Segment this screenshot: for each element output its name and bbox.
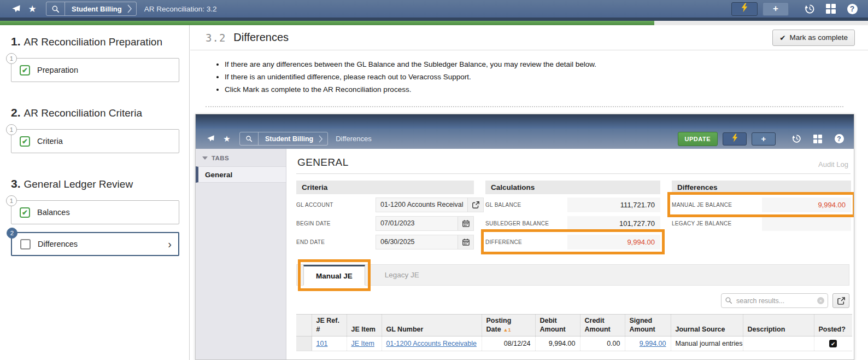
col-description[interactable]: Description	[743, 315, 814, 336]
col-je-item[interactable]: JE Item	[347, 315, 382, 336]
signed-amount-link[interactable]: 9,994.00	[640, 340, 666, 347]
col-posted[interactable]: Posted?	[814, 315, 852, 336]
je-tab-bar: Manual JE Legacy JE	[296, 264, 849, 286]
calendar-icon[interactable]	[458, 217, 473, 230]
step-number: 3.2	[206, 32, 226, 44]
rocket-icon[interactable]	[202, 132, 219, 146]
step-card-criteria[interactable]: 1 ✔ Criteria	[11, 129, 179, 153]
breadcrumb-app[interactable]: Student Billing	[65, 5, 127, 13]
tab-legacy-je[interactable]: Legacy JE	[373, 265, 431, 285]
panel-toolbar-actions: UPDATE + ?	[678, 132, 847, 146]
history-icon[interactable]	[801, 2, 818, 16]
search-icon[interactable]	[46, 2, 65, 15]
col-journal-source[interactable]: Journal Source	[671, 315, 743, 336]
step-card-preparation[interactable]: 1 ✔ Preparation	[11, 58, 179, 82]
favorites-star-icon[interactable]: ★	[24, 2, 40, 16]
plus-icon: +	[773, 3, 778, 14]
summary-sections: Criteria GL ACCOUNT 01-1200 Accounts Rec…	[296, 181, 851, 250]
end-date-field[interactable]: 06/30/2025	[376, 235, 474, 249]
panel-toolbar: ★ Student Billing Differences UPDATE	[196, 129, 854, 149]
general-header-row: GENERAL Audit Log	[296, 155, 851, 174]
posted-checkbox-checked-icon[interactable]: ✔	[829, 340, 837, 347]
step-header: 3.2 Differences ✔ Mark as complete	[190, 25, 868, 50]
calendar-icon[interactable]	[458, 235, 473, 249]
differences-section: Differences MANUAL JE BALANCE 9,994.00 L…	[672, 181, 851, 250]
description-cell	[743, 336, 814, 351]
col-signed-amount[interactable]: Signed Amount	[625, 315, 671, 336]
je-ref-link[interactable]: 101	[316, 340, 328, 347]
gl-number-cell: 01-1200 Accounts Receivable	[382, 336, 482, 351]
step-title: Differences	[233, 31, 289, 44]
step-count-badge: 1	[6, 195, 17, 206]
add-button[interactable]: +	[763, 2, 789, 16]
quick-actions-button[interactable]	[723, 132, 747, 146]
signed-amount-cell: 9,994.00	[625, 336, 671, 351]
instruction-item: If there are any differences between the…	[225, 60, 868, 70]
check-icon: ✔	[779, 33, 785, 42]
col-gl-number[interactable]: GL Number	[382, 315, 482, 336]
lightning-icon	[741, 3, 748, 15]
instruction-item: If there is an unidentified difference, …	[225, 72, 868, 83]
apps-grid-icon[interactable]	[823, 2, 839, 16]
manual-je-balance-row-highlighted: MANUAL JE BALANCE 9,994.00	[672, 196, 851, 213]
page-title: AR Reconciliation: 3.2	[137, 5, 225, 13]
panel-breadcrumb: Student Billing	[239, 132, 328, 146]
search-icon[interactable]	[240, 132, 259, 145]
gl-balance-row: GL BALANCE 111,721.70	[485, 196, 660, 213]
external-link-icon[interactable]	[467, 198, 483, 212]
add-button[interactable]: +	[752, 132, 776, 146]
sidebar-tab-general[interactable]: General	[196, 166, 286, 183]
step-card-balances[interactable]: 1 ✔ Balances	[11, 200, 179, 224]
journal-entries-table: JE Ref. # JE Item GL Number Posting Date…	[296, 314, 852, 351]
criteria-section: Criteria GL ACCOUNT 01-1200 Accounts Rec…	[296, 181, 474, 250]
help-icon[interactable]: ?	[831, 132, 847, 146]
general-heading: GENERAL	[297, 156, 349, 169]
step-count-badge: 1	[6, 124, 17, 135]
favorites-star-icon[interactable]: ★	[219, 132, 235, 146]
top-bar-actions: + ?	[731, 2, 860, 16]
progress-bar-fill	[0, 21, 654, 25]
tabs-sidebar-header[interactable]: TABS	[196, 149, 286, 166]
quick-actions-button[interactable]	[731, 2, 758, 16]
search-results-input[interactable]	[721, 293, 828, 308]
row-handle-cell[interactable]	[296, 336, 312, 351]
audit-log-link[interactable]: Audit Log	[818, 160, 848, 169]
col-posting-date[interactable]: Posting Date▲1	[482, 315, 535, 336]
panel-content: GENERAL Audit Log Criteria GL ACCOUNT 01…	[286, 149, 854, 359]
chevron-right-icon: ›	[168, 239, 172, 249]
gl-account-field[interactable]: 01-1200 Accounts Receival	[376, 198, 484, 212]
breadcrumb: Student Billing	[46, 2, 137, 16]
rocket-icon[interactable]	[8, 2, 24, 16]
checkbox-checked-icon[interactable]: ✔	[20, 207, 30, 218]
apps-grid-icon[interactable]	[810, 132, 826, 146]
sort-ascending-icon: ▲1	[503, 327, 511, 333]
help-icon[interactable]: ?	[844, 2, 860, 16]
tab-manual-je[interactable]: Manual JE	[303, 265, 365, 286]
checkbox-unchecked-icon[interactable]	[20, 239, 31, 249]
breadcrumb-app[interactable]: Student Billing	[259, 135, 319, 143]
calculations-section: Calculations GL BALANCE 111,721.70 SUBLE…	[485, 181, 660, 250]
checkbox-checked-icon[interactable]: ✔	[20, 136, 30, 147]
je-item-cell: JE Item	[347, 336, 382, 351]
checkbox-checked-icon[interactable]: ✔	[20, 65, 30, 76]
credit-amount-cell: 0.00	[580, 336, 625, 351]
steps-sidebar: 1.AR Reconciliation Preparation 1 ✔ Prep…	[0, 25, 190, 360]
clear-search-icon[interactable]: ×	[817, 297, 824, 304]
open-in-new-window-button[interactable]	[832, 293, 849, 308]
col-debit-amount[interactable]: Debit Amount	[535, 315, 580, 336]
dotted-separator	[206, 106, 843, 107]
step-card-differences[interactable]: 2 Differences ›	[11, 232, 179, 256]
table-header-row: JE Ref. # JE Item GL Number Posting Date…	[296, 315, 852, 336]
col-credit-amount[interactable]: Credit Amount	[580, 315, 625, 336]
mark-as-complete-button[interactable]: ✔ Mark as complete	[772, 30, 855, 46]
history-icon[interactable]	[788, 132, 805, 146]
step-count-badge: 2	[7, 228, 17, 239]
legacy-je-balance-value	[762, 216, 851, 231]
gl-number-link[interactable]: 01-1200 Accounts Receivable	[386, 340, 477, 347]
col-je-ref[interactable]: JE Ref. #	[312, 315, 347, 336]
begin-date-field[interactable]: 07/01/2023	[376, 216, 474, 231]
je-item-link[interactable]: JE Item	[351, 340, 374, 347]
update-button[interactable]: UPDATE	[678, 132, 718, 146]
differences-section-title: Differences	[672, 181, 851, 194]
instruction-item: Click Mark as complete to the AR Reconci…	[225, 85, 868, 95]
